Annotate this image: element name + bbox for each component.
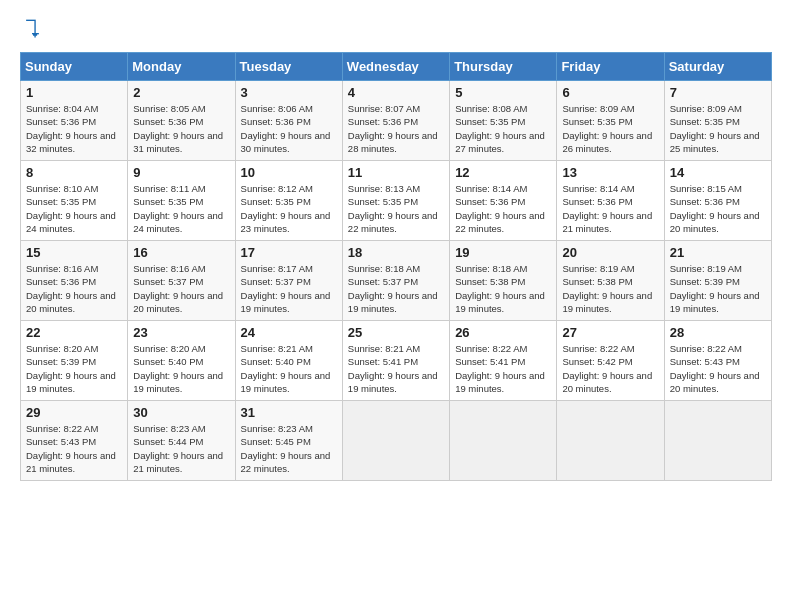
calendar-week-2: 15Sunrise: 8:16 AMSunset: 5:36 PMDayligh… xyxy=(21,241,772,321)
day-info: Sunrise: 8:17 AMSunset: 5:37 PMDaylight:… xyxy=(241,262,337,315)
day-info: Sunrise: 8:15 AMSunset: 5:36 PMDaylight:… xyxy=(670,182,766,235)
page-container: ⮧ SundayMondayTuesdayWednesdayThursdayFr… xyxy=(0,0,792,491)
day-info: Sunrise: 8:14 AMSunset: 5:36 PMDaylight:… xyxy=(562,182,658,235)
day-number: 19 xyxy=(455,245,551,260)
day-info: Sunrise: 8:08 AMSunset: 5:35 PMDaylight:… xyxy=(455,102,551,155)
weekday-header-saturday: Saturday xyxy=(664,53,771,81)
calendar-cell: 18Sunrise: 8:18 AMSunset: 5:37 PMDayligh… xyxy=(342,241,449,321)
day-number: 4 xyxy=(348,85,444,100)
day-number: 2 xyxy=(133,85,229,100)
day-number: 26 xyxy=(455,325,551,340)
day-number: 1 xyxy=(26,85,122,100)
calendar-cell: 10Sunrise: 8:12 AMSunset: 5:35 PMDayligh… xyxy=(235,161,342,241)
calendar-cell: 5Sunrise: 8:08 AMSunset: 5:35 PMDaylight… xyxy=(450,81,557,161)
calendar-cell: 26Sunrise: 8:22 AMSunset: 5:41 PMDayligh… xyxy=(450,321,557,401)
header: ⮧ xyxy=(20,16,772,42)
day-info: Sunrise: 8:06 AMSunset: 5:36 PMDaylight:… xyxy=(241,102,337,155)
calendar-cell xyxy=(664,401,771,481)
day-info: Sunrise: 8:19 AMSunset: 5:38 PMDaylight:… xyxy=(562,262,658,315)
calendar-cell: 29Sunrise: 8:22 AMSunset: 5:43 PMDayligh… xyxy=(21,401,128,481)
calendar-cell: 21Sunrise: 8:19 AMSunset: 5:39 PMDayligh… xyxy=(664,241,771,321)
weekday-header-thursday: Thursday xyxy=(450,53,557,81)
calendar-cell: 6Sunrise: 8:09 AMSunset: 5:35 PMDaylight… xyxy=(557,81,664,161)
logo-icon: ⮧ xyxy=(22,16,44,42)
day-info: Sunrise: 8:16 AMSunset: 5:37 PMDaylight:… xyxy=(133,262,229,315)
day-number: 21 xyxy=(670,245,766,260)
calendar-cell xyxy=(450,401,557,481)
day-info: Sunrise: 8:22 AMSunset: 5:43 PMDaylight:… xyxy=(670,342,766,395)
day-number: 22 xyxy=(26,325,122,340)
day-info: Sunrise: 8:22 AMSunset: 5:41 PMDaylight:… xyxy=(455,342,551,395)
calendar-cell: 8Sunrise: 8:10 AMSunset: 5:35 PMDaylight… xyxy=(21,161,128,241)
day-info: Sunrise: 8:09 AMSunset: 5:35 PMDaylight:… xyxy=(670,102,766,155)
calendar-cell: 13Sunrise: 8:14 AMSunset: 5:36 PMDayligh… xyxy=(557,161,664,241)
calendar-cell: 2Sunrise: 8:05 AMSunset: 5:36 PMDaylight… xyxy=(128,81,235,161)
calendar-cell: 20Sunrise: 8:19 AMSunset: 5:38 PMDayligh… xyxy=(557,241,664,321)
day-info: Sunrise: 8:14 AMSunset: 5:36 PMDaylight:… xyxy=(455,182,551,235)
day-info: Sunrise: 8:19 AMSunset: 5:39 PMDaylight:… xyxy=(670,262,766,315)
day-info: Sunrise: 8:18 AMSunset: 5:38 PMDaylight:… xyxy=(455,262,551,315)
weekday-header-wednesday: Wednesday xyxy=(342,53,449,81)
day-number: 28 xyxy=(670,325,766,340)
calendar-header-row: SundayMondayTuesdayWednesdayThursdayFrid… xyxy=(21,53,772,81)
day-number: 13 xyxy=(562,165,658,180)
day-number: 31 xyxy=(241,405,337,420)
day-number: 6 xyxy=(562,85,658,100)
calendar-cell: 7Sunrise: 8:09 AMSunset: 5:35 PMDaylight… xyxy=(664,81,771,161)
day-number: 30 xyxy=(133,405,229,420)
calendar-cell: 1Sunrise: 8:04 AMSunset: 5:36 PMDaylight… xyxy=(21,81,128,161)
day-number: 12 xyxy=(455,165,551,180)
day-info: Sunrise: 8:12 AMSunset: 5:35 PMDaylight:… xyxy=(241,182,337,235)
day-number: 14 xyxy=(670,165,766,180)
day-number: 27 xyxy=(562,325,658,340)
day-info: Sunrise: 8:22 AMSunset: 5:43 PMDaylight:… xyxy=(26,422,122,475)
calendar-cell: 4Sunrise: 8:07 AMSunset: 5:36 PMDaylight… xyxy=(342,81,449,161)
day-info: Sunrise: 8:22 AMSunset: 5:42 PMDaylight:… xyxy=(562,342,658,395)
calendar-cell: 11Sunrise: 8:13 AMSunset: 5:35 PMDayligh… xyxy=(342,161,449,241)
day-info: Sunrise: 8:04 AMSunset: 5:36 PMDaylight:… xyxy=(26,102,122,155)
calendar-cell: 14Sunrise: 8:15 AMSunset: 5:36 PMDayligh… xyxy=(664,161,771,241)
day-info: Sunrise: 8:20 AMSunset: 5:40 PMDaylight:… xyxy=(133,342,229,395)
calendar-cell: 16Sunrise: 8:16 AMSunset: 5:37 PMDayligh… xyxy=(128,241,235,321)
logo: ⮧ xyxy=(20,16,44,42)
calendar: SundayMondayTuesdayWednesdayThursdayFrid… xyxy=(20,52,772,481)
day-number: 11 xyxy=(348,165,444,180)
calendar-cell: 3Sunrise: 8:06 AMSunset: 5:36 PMDaylight… xyxy=(235,81,342,161)
weekday-header-sunday: Sunday xyxy=(21,53,128,81)
day-info: Sunrise: 8:21 AMSunset: 5:41 PMDaylight:… xyxy=(348,342,444,395)
day-info: Sunrise: 8:18 AMSunset: 5:37 PMDaylight:… xyxy=(348,262,444,315)
day-info: Sunrise: 8:11 AMSunset: 5:35 PMDaylight:… xyxy=(133,182,229,235)
day-info: Sunrise: 8:23 AMSunset: 5:44 PMDaylight:… xyxy=(133,422,229,475)
weekday-header-tuesday: Tuesday xyxy=(235,53,342,81)
day-number: 15 xyxy=(26,245,122,260)
day-number: 29 xyxy=(26,405,122,420)
weekday-header-friday: Friday xyxy=(557,53,664,81)
day-number: 23 xyxy=(133,325,229,340)
day-number: 24 xyxy=(241,325,337,340)
day-number: 25 xyxy=(348,325,444,340)
day-number: 7 xyxy=(670,85,766,100)
day-info: Sunrise: 8:07 AMSunset: 5:36 PMDaylight:… xyxy=(348,102,444,155)
calendar-cell: 23Sunrise: 8:20 AMSunset: 5:40 PMDayligh… xyxy=(128,321,235,401)
calendar-cell: 24Sunrise: 8:21 AMSunset: 5:40 PMDayligh… xyxy=(235,321,342,401)
day-info: Sunrise: 8:09 AMSunset: 5:35 PMDaylight:… xyxy=(562,102,658,155)
day-info: Sunrise: 8:20 AMSunset: 5:39 PMDaylight:… xyxy=(26,342,122,395)
day-info: Sunrise: 8:16 AMSunset: 5:36 PMDaylight:… xyxy=(26,262,122,315)
day-number: 9 xyxy=(133,165,229,180)
calendar-cell: 30Sunrise: 8:23 AMSunset: 5:44 PMDayligh… xyxy=(128,401,235,481)
calendar-cell xyxy=(557,401,664,481)
day-info: Sunrise: 8:21 AMSunset: 5:40 PMDaylight:… xyxy=(241,342,337,395)
calendar-cell: 17Sunrise: 8:17 AMSunset: 5:37 PMDayligh… xyxy=(235,241,342,321)
calendar-week-3: 22Sunrise: 8:20 AMSunset: 5:39 PMDayligh… xyxy=(21,321,772,401)
day-number: 5 xyxy=(455,85,551,100)
calendar-cell: 22Sunrise: 8:20 AMSunset: 5:39 PMDayligh… xyxy=(21,321,128,401)
calendar-week-4: 29Sunrise: 8:22 AMSunset: 5:43 PMDayligh… xyxy=(21,401,772,481)
calendar-cell: 27Sunrise: 8:22 AMSunset: 5:42 PMDayligh… xyxy=(557,321,664,401)
day-number: 18 xyxy=(348,245,444,260)
calendar-week-1: 8Sunrise: 8:10 AMSunset: 5:35 PMDaylight… xyxy=(21,161,772,241)
calendar-cell: 19Sunrise: 8:18 AMSunset: 5:38 PMDayligh… xyxy=(450,241,557,321)
calendar-cell: 15Sunrise: 8:16 AMSunset: 5:36 PMDayligh… xyxy=(21,241,128,321)
day-number: 20 xyxy=(562,245,658,260)
day-number: 17 xyxy=(241,245,337,260)
day-number: 8 xyxy=(26,165,122,180)
